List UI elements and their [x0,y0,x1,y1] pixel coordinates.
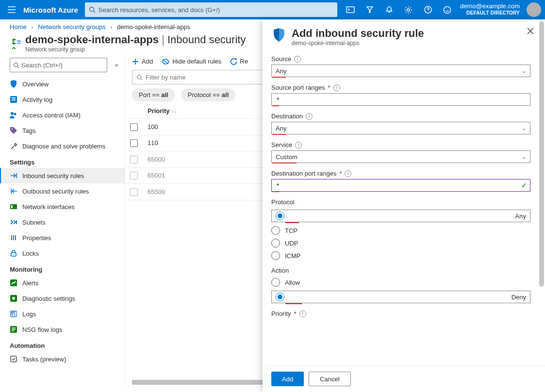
row-checkbox[interactable] [130,188,138,196]
svg-point-24 [137,75,141,79]
tag-icon [10,127,17,134]
info-icon[interactable]: i [294,56,301,63]
info-icon[interactable]: i [345,170,351,177]
info-icon[interactable]: i [295,142,302,148]
breadcrumb-home[interactable]: Home [10,23,27,31]
priority-label: Priority [271,310,291,317]
settings-icon[interactable] [399,0,418,19]
service-select[interactable]: Custom⌄ [271,150,530,163]
sidebar-collapse-icon[interactable]: « [113,61,120,68]
panel-title: Add inbound security rule [292,27,424,40]
dest-port-input[interactable]: ✓ [271,179,530,192]
hide-default-button[interactable]: Hide default rules [162,58,221,65]
global-search-input[interactable] [96,6,333,14]
top-header: Microsoft Azure demo@example.com DEFAULT… [0,0,545,19]
svg-rect-1 [347,7,354,13]
sidebar-item-logs[interactable]: Logs [0,306,125,322]
add-rule-button[interactable]: Add [271,372,304,386]
add-rule-panel: Add inbound security rule demo-spoke-int… [263,19,545,392]
sidebar-search-input[interactable] [19,61,104,69]
info-icon[interactable]: i [306,113,313,120]
source-label: Source [271,55,291,63]
radio-protocol-icmp[interactable]: ICMP [271,251,530,260]
sidebar-item-diag-settings[interactable]: Diagnostic settings [0,291,125,306]
sidebar-item-iam[interactable]: Access control (IAM) [0,107,125,123]
hamburger-icon[interactable] [0,6,23,13]
wrench-icon [10,142,17,150]
page-subtitle: Network security group [25,46,246,53]
svg-rect-19 [11,314,12,316]
filter-pill-protocol[interactable]: Protocol == all [181,88,236,101]
filter-pill-port[interactable]: Port == all [132,88,175,101]
sidebar: « Overview Activity log Access control (… [0,53,125,387]
sidebar-search[interactable] [10,58,107,72]
radio-protocol-udp[interactable]: UDP [271,239,530,247]
svg-point-17 [12,297,15,300]
svg-point-2 [407,9,410,11]
directory-filter-icon[interactable] [360,0,380,19]
destination-select[interactable]: Any⌄ [271,122,530,134]
panel-scrollbar[interactable] [539,19,544,392]
sidebar-item-diagnose[interactable]: Diagnose and solve problems [0,138,125,154]
sidebar-item-properties[interactable]: Properties [0,230,125,245]
global-search[interactable] [85,2,337,17]
panel-subtitle: demo-spoke-internal-apps [292,40,424,47]
feedback-icon[interactable] [438,0,457,19]
info-icon[interactable]: i [299,310,306,317]
notifications-icon[interactable] [380,0,399,19]
row-checkbox[interactable] [130,156,138,163]
people-icon [10,111,17,119]
sidebar-item-nics[interactable]: Network interfaces [0,199,125,214]
props-icon [10,234,17,242]
source-select[interactable]: Any⌄ [271,65,530,77]
breadcrumb-nsg[interactable]: Network security groups [38,23,105,31]
nic-icon [10,203,17,211]
user-account[interactable]: demo@example.com DEFAULT DIRECTORY [457,3,523,16]
source-port-label: Source port ranges [271,84,325,91]
row-checkbox[interactable] [130,123,138,131]
cancel-button[interactable]: Cancel [309,372,350,386]
help-icon[interactable] [418,0,438,19]
radio-protocol-any[interactable]: Any [271,210,530,222]
svg-point-10 [14,113,17,115]
svg-rect-7 [12,98,16,98]
sidebar-item-locks[interactable]: Locks [0,245,125,261]
refresh-button[interactable]: Re [230,58,248,65]
cloud-shell-icon[interactable] [341,0,360,19]
sidebar-item-overview[interactable]: Overview [0,76,125,92]
user-email: demo@example.com [460,3,520,10]
row-checkbox[interactable] [130,172,138,180]
radio-action-allow[interactable]: Allow [271,278,530,287]
breadcrumb-resource[interactable]: demo-spoke-internal-apps [117,23,190,31]
svg-point-4 [444,6,451,13]
page-title: demo-spoke-internal-apps | Inbound secur… [25,33,246,46]
svg-rect-8 [12,99,16,100]
diag-icon [10,294,17,302]
brand-label[interactable]: Microsoft Azure [23,6,85,14]
svg-rect-13 [11,205,13,208]
sidebar-item-tags[interactable]: Tags [0,123,125,138]
sidebar-group-automation: Automation [0,337,125,351]
sidebar-item-tasks[interactable]: Tasks (preview) [0,351,125,367]
avatar[interactable] [527,2,541,17]
sidebar-item-activity-log[interactable]: Activity log [0,92,125,107]
sidebar-item-inbound-rules[interactable]: Inbound security rules [0,168,125,183]
in-rule-icon [10,172,17,180]
shield-icon [10,80,17,88]
source-port-input[interactable] [271,93,530,106]
svg-point-11 [12,129,13,130]
add-button[interactable]: Add [132,58,153,65]
svg-point-9 [11,112,14,115]
radio-protocol-tcp[interactable]: TCP [271,226,530,235]
sidebar-item-alerts[interactable]: Alerts [0,275,125,291]
sidebar-item-flow-logs[interactable]: NSG flow logs [0,322,125,337]
info-icon[interactable]: i [333,84,340,91]
radio-action-deny[interactable]: Deny [271,291,530,303]
sidebar-item-outbound-rules[interactable]: Outbound security rules [0,183,125,199]
tasks-icon [10,355,17,363]
close-icon[interactable] [527,27,534,37]
out-rule-icon [10,187,17,195]
sidebar-item-subnets[interactable]: Subnets [0,214,125,230]
resource-icon [10,35,25,51]
row-checkbox[interactable] [130,139,138,147]
